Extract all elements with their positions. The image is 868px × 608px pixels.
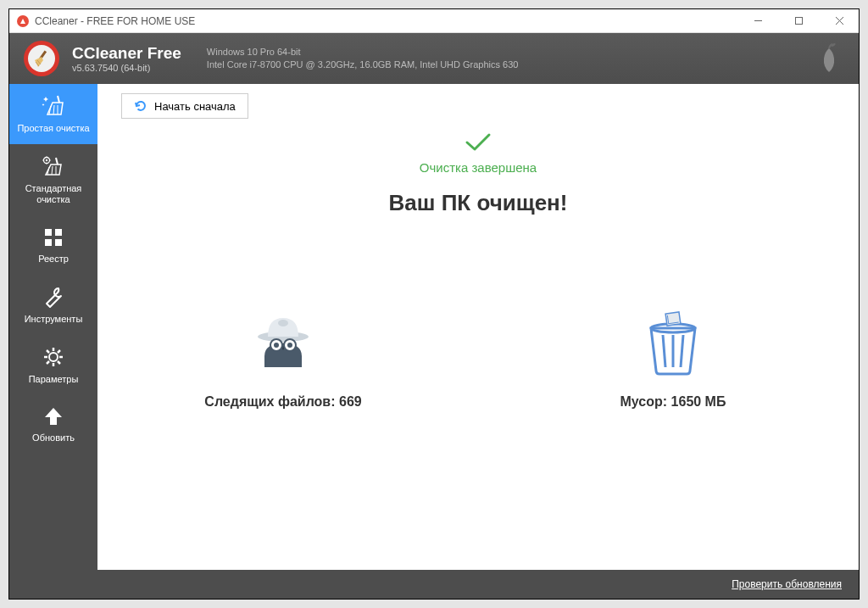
svg-rect-26: [55, 239, 62, 246]
svg-rect-25: [45, 239, 52, 246]
sys-hardware: Intel Core i7-8700 CPU @ 3.20GHz, 16.0GB…: [207, 59, 519, 71]
content-area: Начать сначала Очистка завершена Ваш ПК …: [97, 84, 859, 599]
wrench-icon: [42, 285, 65, 309]
sidebar-item-label: Простая очистка: [17, 123, 89, 134]
refresh-icon: [134, 99, 147, 113]
sys-os: Windows 10 Pro 64-bit: [207, 46, 519, 59]
minimize-button[interactable]: [745, 12, 771, 31]
titlebar-text: CCleaner - FREE FOR HOME USE: [35, 15, 745, 27]
app-version: v5.63.7540 (64-bit): [72, 63, 181, 73]
stat-junk-label: Мусор: 1650 МБ: [620, 394, 726, 410]
sidebar-item-label: Реестр: [38, 254, 69, 265]
sidebar-item-easy-clean[interactable]: Простая очистка: [9, 84, 97, 144]
stat-tracking: Следящих файлов: 669: [198, 310, 368, 410]
app-small-icon: [16, 14, 30, 28]
svg-point-27: [49, 353, 58, 361]
svg-line-45: [681, 335, 683, 367]
svg-point-41: [274, 343, 279, 348]
svg-line-34: [58, 350, 60, 353]
close-icon: [835, 16, 844, 25]
content-topbar: Начать сначала: [97, 84, 859, 128]
arrow-up-icon: [42, 405, 65, 427]
app-header: CCleaner Free v5.63.7540 (64-bit) Window…: [9, 33, 859, 84]
svg-point-18: [46, 159, 47, 161]
titlebar: CCleaner - FREE FOR HOME USE: [9, 9, 859, 33]
close-button[interactable]: [826, 12, 852, 31]
sidebar-item-tools[interactable]: Инструменты: [9, 275, 97, 335]
svg-line-43: [663, 335, 665, 367]
pear-icon: [816, 42, 842, 75]
body-row: Простая очистка Стандартная очистк: [9, 84, 859, 599]
trash-icon: [643, 310, 704, 377]
svg-line-33: [58, 361, 60, 364]
svg-rect-23: [45, 229, 52, 236]
sidebar-item-options[interactable]: Параметры: [9, 335, 97, 395]
svg-line-12: [53, 105, 54, 114]
broom-sparkle-icon: [41, 94, 66, 118]
footer-bar: Проверить обновления: [97, 570, 859, 599]
maximize-icon: [794, 16, 804, 25]
svg-line-15: [52, 166, 53, 175]
system-info: Windows 10 Pro 64-bit Intel Core i7-8700…: [207, 46, 519, 71]
window-controls: [745, 12, 852, 31]
broom-gear-icon: [41, 154, 66, 178]
status-text: Очистка завершена: [420, 160, 537, 175]
sidebar-item-label: Параметры: [29, 374, 79, 385]
sidebar-item-label: Обновить: [32, 432, 75, 443]
sidebar-item-label: Стандартная очистка: [11, 183, 96, 205]
sidebar: Простая очистка Стандартная очистк: [9, 84, 97, 599]
stat-tracking-label: Следящих файлов: 669: [204, 394, 361, 410]
result-panel: Очистка завершена Ваш ПК очищен!: [97, 128, 859, 570]
app-logo-icon: [23, 40, 60, 77]
check-updates-link[interactable]: Проверить обновления: [732, 578, 842, 590]
app-title-block: CCleaner Free v5.63.7540 (64-bit): [72, 44, 181, 73]
svg-line-35: [47, 361, 49, 364]
app-name: CCleaner Free: [72, 44, 181, 63]
svg-rect-24: [55, 229, 62, 236]
sidebar-item-label: Инструменты: [25, 314, 83, 325]
restart-button[interactable]: Начать сначала: [121, 93, 248, 119]
sidebar-item-custom-clean[interactable]: Стандартная очистка: [9, 144, 97, 215]
minimize-icon: [754, 16, 763, 25]
gear-icon: [42, 345, 65, 369]
maximize-button[interactable]: [786, 12, 811, 31]
restart-button-label: Начать сначала: [154, 100, 236, 113]
sidebar-item-upgrade[interactable]: Обновить: [9, 395, 97, 454]
app-window: CCleaner - FREE FOR HOME USE: [8, 8, 860, 600]
svg-point-37: [278, 320, 288, 326]
svg-line-32: [47, 350, 49, 353]
stats-row: Следящих файлов: 669 Мусор: 1650 М: [198, 310, 758, 410]
stat-junk: Мусор: 1650 МБ: [588, 310, 758, 410]
headline: Ваш ПК очищен!: [389, 190, 568, 216]
sidebar-item-registry[interactable]: Реестр: [9, 216, 97, 275]
svg-rect-2: [795, 18, 802, 25]
spy-icon: [249, 310, 317, 377]
grid-icon: [42, 226, 64, 248]
svg-point-42: [287, 343, 292, 348]
checkmark-icon: [464, 131, 492, 153]
